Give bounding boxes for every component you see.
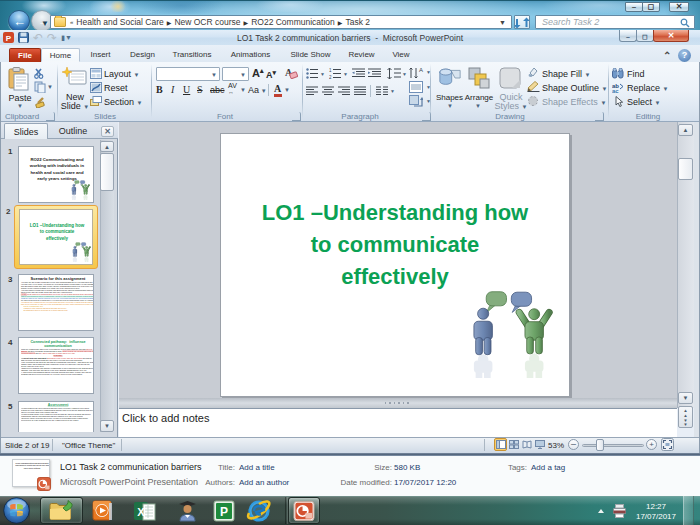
svg-text:P: P [220,505,228,519]
svg-text:X: X [137,506,145,518]
svg-text:1: 1 [329,68,332,73]
svg-text:A: A [419,67,423,73]
svg-text:2: 2 [329,75,332,80]
svg-text:P: P [6,34,12,43]
svg-text:ac: ac [612,88,619,93]
